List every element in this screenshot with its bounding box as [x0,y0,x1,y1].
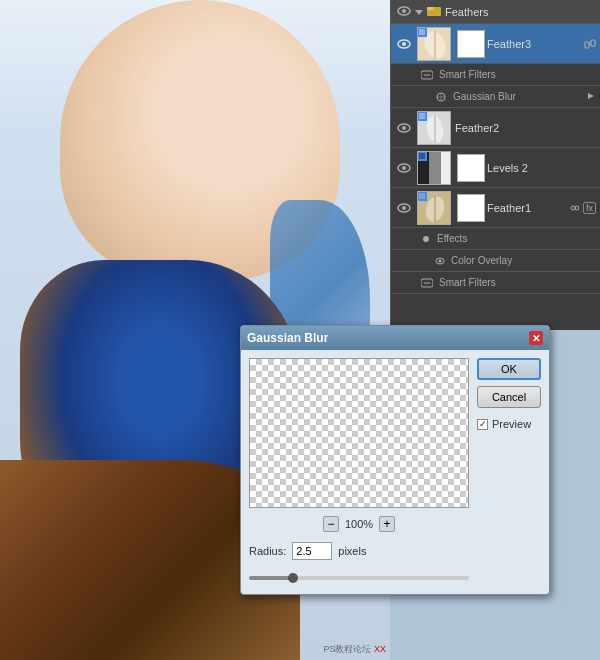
layer-name-feather2: Feather2 [455,122,596,134]
layer-mask-levels2 [457,154,485,182]
svg-point-6 [402,42,406,46]
layers-panel-title: Feathers [445,6,488,18]
svg-rect-13 [591,40,595,46]
fx-badge-feather1: fx [583,202,596,214]
radius-row: Radius: pixels [249,540,469,562]
svg-rect-32 [429,152,441,185]
eye-icon [397,5,411,19]
sub-row-effects-feather1: Effects [391,228,600,250]
layer-info-feather1: Feather1 [487,202,570,214]
dialog-buttons: OK Cancel ✓ Preview [477,358,541,586]
dialog-title: Gaussian Blur [247,331,328,345]
layer-mask-feather3 [457,30,485,58]
dialog-preview-canvas[interactable] [249,358,469,508]
layer-row-feather2[interactable]: Feather2 [391,108,600,148]
sub-row-smart-filters-feather1: Smart Filters [391,272,600,294]
layers-panel: Feathers Feather3 [390,0,600,330]
radius-label: Radius: [249,545,286,557]
layers-panel-header: Feathers [391,0,600,24]
zoom-in-button[interactable]: + [379,516,395,532]
gaussian-blur-label: Gaussian Blur [453,91,516,102]
chain-icon-feather1 [570,203,580,213]
svg-point-1 [402,9,406,13]
watermark: PS教程论坛 XX [323,643,386,656]
smart-filters-label-feather1: Smart Filters [439,277,496,288]
svg-rect-4 [427,7,434,10]
svg-point-37 [402,206,406,210]
layer-row-feather1[interactable]: Feather1 fx [391,188,600,228]
folder-icon [427,4,441,19]
svg-point-22 [402,126,406,130]
layer-visibility-feather2[interactable] [395,123,413,133]
gaussian-blur-dialog[interactable]: Gaussian Blur ✕ − 100% + Radius: [240,325,550,595]
zoom-out-button[interactable]: − [323,516,339,532]
svg-point-43 [571,206,575,210]
svg-marker-20 [588,93,594,99]
svg-point-44 [575,206,579,210]
svg-rect-11 [418,28,426,36]
color-overlay-label: Color Overlay [451,255,512,266]
sub-row-smart-filters-feather3: Smart Filters [391,64,600,86]
ok-button[interactable]: OK [477,358,541,380]
effects-icon [421,234,431,244]
cancel-button[interactable]: Cancel [477,386,541,408]
layer-row-levels2[interactable]: Levels 2 [391,148,600,188]
effects-label: Effects [437,233,467,244]
gaussian-blur-arrow [586,90,596,104]
eye-icon-color-overlay[interactable] [435,256,445,266]
layer-visibility-feather3[interactable] [395,39,413,49]
svg-rect-35 [418,152,426,160]
layer-visibility-feather1[interactable] [395,203,413,213]
svg-rect-42 [418,192,426,200]
smart-filter-icon [421,70,433,80]
svg-rect-12 [585,42,589,48]
layer-thumbnail-feather1 [417,191,451,225]
dialog-body: − 100% + Radius: pixels OK [241,350,549,594]
link-icon-feather3 [584,38,596,50]
layer-row-feather3[interactable]: Feather3 [391,24,600,64]
dialog-close-button[interactable]: ✕ [529,331,543,345]
layer-info-feather2: Feather2 [455,122,596,134]
watermark-red: XX [374,644,386,654]
radius-slider-thumb[interactable] [288,573,298,583]
layer-name-levels2: Levels 2 [487,162,596,174]
layer-thumbnail-levels2 [417,151,451,185]
preview-label: Preview [492,418,531,430]
gaussian-blur-icon [435,92,447,102]
dialog-preview-area: − 100% + Radius: pixels [249,358,469,586]
dialog-titlebar: Gaussian Blur ✕ [241,326,549,350]
layer-icons-feather1: fx [570,202,596,214]
layer-icons-feather3 [584,38,596,50]
preview-checkbox[interactable]: ✓ [477,419,488,430]
layer-thumbnail-feather2 [417,111,451,145]
layer-thumbnail-feather3 [417,27,451,61]
sub-row-color-overlay[interactable]: Color Overlay [391,250,600,272]
triangle-expand-icon [415,5,423,19]
svg-point-48 [439,259,442,262]
radius-input[interactable] [292,542,332,560]
layer-name-feather3: Feather3 [487,38,584,50]
layer-info-levels2: Levels 2 [487,162,596,174]
radius-slider-track [249,576,469,580]
svg-point-46 [423,236,429,242]
layer-name-feather1: Feather1 [487,202,570,214]
svg-marker-2 [415,10,423,15]
radius-unit: pixels [338,545,366,557]
layer-info-feather3: Feather3 [487,38,584,50]
zoom-level-label: 100% [345,518,373,530]
smart-filters-label: Smart Filters [439,69,496,80]
svg-point-29 [402,166,406,170]
zoom-bar: − 100% + [249,514,469,534]
preview-check-container[interactable]: ✓ Preview [477,418,541,430]
smart-filter-icon-feather1 [421,278,433,288]
svg-rect-33 [441,152,451,185]
layer-mask-feather1 [457,194,485,222]
svg-rect-27 [418,112,426,120]
radius-slider-container[interactable] [249,570,469,584]
sub-row-gaussian-blur[interactable]: Gaussian Blur [391,86,600,108]
layer-visibility-levels2[interactable] [395,163,413,173]
